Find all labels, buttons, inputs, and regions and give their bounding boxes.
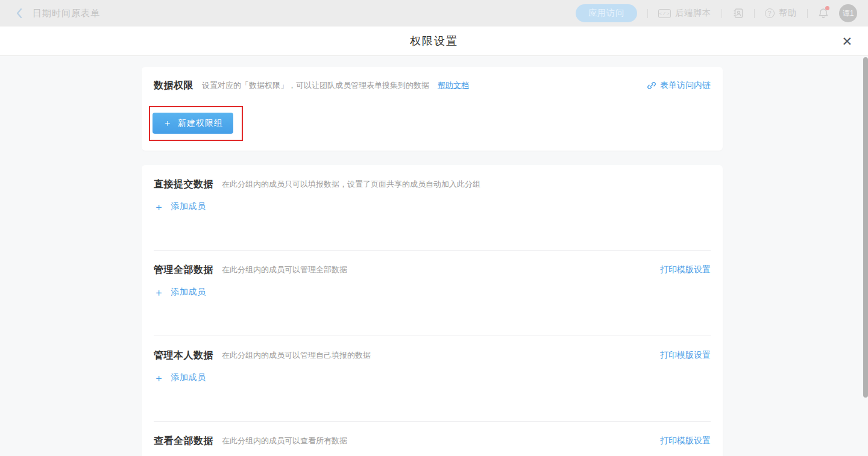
add-member-button[interactable]: ＋ 添加成员 — [154, 201, 206, 213]
data-permission-description: 设置对应的「数据权限」，可以让团队成员管理表单搜集到的数据 — [202, 80, 429, 91]
form-access-link-label: 表单访问内链 — [660, 80, 711, 91]
close-icon[interactable]: ✕ — [839, 33, 855, 50]
print-template-link[interactable]: 打印模版设置 — [660, 350, 711, 361]
print-template-link[interactable]: 打印模版设置 — [660, 436, 711, 446]
new-permission-group-label: 新建权限组 — [178, 118, 223, 129]
top-bar: 日期时间原表单 应用访问 </> 后端脚本 ? 帮助 — [0, 0, 868, 27]
modal-body: 数据权限 设置对应的「数据权限」，可以让团队成员管理表单搜集到的数据 帮助文档 … — [0, 56, 868, 456]
separator — [754, 9, 755, 18]
plus-icon: ＋ — [154, 200, 165, 214]
plus-icon: ＋ — [163, 117, 172, 129]
group-view-all: 查看全部数据 在此分组内的成员可以查看所有数据 打印模版设置 — [142, 422, 723, 448]
link-icon — [647, 81, 656, 90]
group-title: 查看全部数据 — [154, 435, 213, 448]
add-member-button[interactable]: ＋ 添加成员 — [154, 372, 206, 384]
data-permission-title: 数据权限 — [154, 80, 193, 92]
group-manage-own: 管理本人数据 在此分组内的成员可以管理自己填报的数据 打印模版设置 ＋ 添加成员 — [142, 336, 723, 421]
contacts-icon — [732, 8, 744, 19]
notifications-button[interactable] — [818, 7, 829, 19]
add-member-label: 添加成员 — [171, 287, 206, 298]
group-direct-submit: 直接提交数据 在此分组内的成员只可以填报数据，设置了页面共享的成员自动加入此分组… — [142, 165, 723, 250]
group-description: 在此分组内的成员可以管理自己填报的数据 — [222, 350, 371, 361]
add-member-label: 添加成员 — [171, 201, 206, 212]
backend-script-label: 后端脚本 — [675, 8, 711, 19]
separator — [722, 9, 722, 18]
scrollbar-thumb[interactable] — [863, 57, 868, 398]
data-permission-card: 数据权限 设置对应的「数据权限」，可以让团队成员管理表单搜集到的数据 帮助文档 … — [142, 67, 723, 151]
print-template-link[interactable]: 打印模版设置 — [660, 264, 711, 275]
app-access-button[interactable]: 应用访问 — [576, 4, 637, 22]
contacts-button[interactable] — [732, 8, 744, 19]
group-description: 在此分组内的成员可以查看所有数据 — [222, 436, 347, 446]
back-button[interactable] — [16, 8, 23, 19]
help-button[interactable]: ? 帮助 — [765, 8, 797, 19]
code-icon: </> — [658, 9, 671, 18]
plus-icon: ＋ — [154, 371, 165, 385]
separator — [807, 9, 808, 18]
separator — [647, 9, 648, 18]
group-title: 管理本人数据 — [154, 349, 213, 362]
modal-title: 权限设置 — [410, 34, 458, 48]
group-description: 在此分组内的成员可以管理全部数据 — [222, 264, 347, 275]
permission-groups-card: 直接提交数据 在此分组内的成员只可以填报数据，设置了页面共享的成员自动加入此分组… — [142, 165, 723, 456]
question-icon: ? — [765, 8, 775, 18]
avatar[interactable]: 谭1 — [839, 4, 857, 22]
form-access-link[interactable]: 表单访问内链 — [647, 80, 711, 91]
group-manage-all: 管理全部数据 在此分组内的成员可以管理全部数据 打印模版设置 ＋ 添加成员 — [142, 251, 723, 336]
add-member-button[interactable]: ＋ 添加成员 — [154, 286, 206, 298]
add-member-label: 添加成员 — [171, 372, 206, 383]
red-annotation-box: ＋ 新建权限组 — [149, 106, 243, 141]
plus-icon: ＋ — [154, 286, 165, 299]
backend-script-button[interactable]: </> 后端脚本 — [658, 8, 711, 19]
new-permission-group-button[interactable]: ＋ 新建权限组 — [153, 113, 233, 134]
chevron-left-icon — [16, 8, 23, 19]
notification-dot — [825, 6, 829, 10]
help-doc-link[interactable]: 帮助文档 — [438, 80, 469, 91]
form-title: 日期时间原表单 — [33, 8, 100, 19]
group-description: 在此分组内的成员只可以填报数据，设置了页面共享的成员自动加入此分组 — [222, 179, 480, 190]
modal-header: 权限设置 ✕ — [0, 27, 868, 56]
help-label: 帮助 — [779, 8, 797, 19]
group-title: 直接提交数据 — [154, 178, 213, 191]
group-title: 管理全部数据 — [154, 264, 213, 276]
